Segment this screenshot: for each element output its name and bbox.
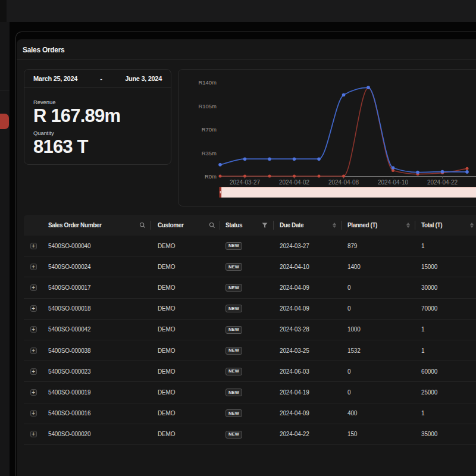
cell-planned: 0 (342, 368, 415, 375)
table-row[interactable]: +5400SO-000040DEMONEW2024-03-278791 (24, 236, 476, 256)
cell-total: 30000 (415, 284, 476, 291)
cell-planned: 879 (342, 243, 415, 249)
cell-status: NEW (220, 409, 274, 418)
revenue-blue-point (268, 157, 271, 161)
cell-total: 60000 (415, 368, 476, 375)
date-to[interactable]: June 3, 2024 (125, 75, 162, 82)
expand-cell: + (24, 410, 43, 416)
header-sales-order-number[interactable]: Sales Order Number (43, 215, 151, 236)
table-row[interactable]: +5400SO-000017DEMONEW2024-04-09030000 (24, 277, 476, 298)
date-separator: - (100, 75, 102, 82)
search-icon[interactable] (209, 222, 215, 228)
cell-planned: 0 (342, 305, 415, 312)
cell-sales-order-number: 5400SO-000024 (43, 264, 151, 270)
panel-divider (17, 60, 476, 60)
cell-sales-order-number: 5400SO-000023 (43, 368, 151, 375)
sorter-icon[interactable] (406, 223, 410, 228)
revenue-blue-point (293, 157, 296, 161)
sorter-icon[interactable] (470, 223, 474, 228)
sidebar-red-pill[interactable] (0, 114, 9, 129)
x-axis-label: 2024-04-10 (378, 179, 409, 186)
header-label: Sales Order Number (48, 222, 102, 228)
header-total[interactable]: Total (T) (415, 215, 476, 236)
revenue-blue-point (416, 171, 419, 174)
cell-status: NEW (220, 284, 274, 292)
expand-row-button[interactable]: + (30, 389, 37, 396)
cell-status: NEW (220, 242, 274, 250)
cell-customer: DEMO (151, 264, 220, 270)
cell-status: NEW (220, 346, 274, 355)
expand-cell: + (24, 368, 43, 375)
x-axis-label: 2024-04-22 (427, 179, 458, 186)
page-left-column (0, 22, 10, 476)
sorter-icon[interactable] (333, 223, 336, 228)
expand-row-button[interactable]: + (30, 347, 37, 354)
header-customer[interactable]: Customer (151, 215, 220, 236)
cell-due-date: 2024-04-09 (274, 305, 342, 312)
revenue-blue-point (218, 163, 222, 167)
cell-sales-order-number: 5400SO-000018 (43, 305, 151, 312)
header-due-date[interactable]: Due Date (274, 215, 342, 236)
table-body: +5400SO-000040DEMONEW2024-03-278791+5400… (24, 236, 476, 445)
date-range-row[interactable]: March 25, 2024 - June 3, 2024 (24, 70, 171, 88)
cell-total: 1 (415, 410, 476, 416)
status-tag: NEW (226, 242, 242, 250)
expand-row-button[interactable]: + (30, 284, 37, 291)
table-row[interactable]: +5400SO-000020DEMONEW2024-04-2215035000 (24, 424, 476, 445)
cell-planned: 1400 (342, 264, 415, 270)
status-tag: NEW (226, 284, 242, 292)
filter-icon[interactable] (262, 223, 268, 228)
table-row[interactable]: +5400SO-000042DEMONEW2024-03-2810001 (24, 320, 476, 340)
expand-row-button[interactable]: + (30, 305, 37, 312)
expand-cell: + (24, 264, 43, 270)
revenue-value: R 167.89m (33, 107, 162, 125)
expand-cell: + (24, 305, 43, 312)
table-header-row: Sales Order Number Customer Status (24, 215, 476, 236)
expand-row-button[interactable]: + (30, 410, 37, 416)
revenue-blue-line (220, 87, 467, 173)
y-axis-label: R105m (198, 103, 217, 109)
header-planned[interactable]: Planned (T) (342, 215, 415, 236)
expand-cell: + (24, 389, 43, 396)
cell-total: 1 (415, 243, 476, 249)
table-row[interactable]: +5400SO-000018DEMONEW2024-04-09070000 (24, 299, 476, 320)
expand-row-button[interactable]: + (30, 431, 37, 437)
header-status[interactable]: Status (220, 215, 274, 236)
expand-row-button[interactable]: + (30, 243, 37, 249)
revenue-red-point (268, 175, 271, 178)
cell-customer: DEMO (151, 410, 220, 416)
cell-customer: DEMO (151, 305, 220, 312)
expand-row-button[interactable]: + (30, 264, 37, 270)
revenue-blue-point (392, 166, 395, 170)
revenue-line-chart[interactable]: R0mR35mR70mR105mR140m2024-03-272024-04-0… (178, 69, 476, 206)
cell-due-date: 2024-04-09 (274, 410, 342, 416)
revenue-red-point (342, 175, 345, 178)
cell-status: NEW (220, 367, 274, 375)
cell-total: 1 (415, 326, 476, 333)
cell-customer: DEMO (151, 243, 220, 249)
expand-cell: + (24, 431, 43, 437)
revenue-red-point (318, 175, 321, 178)
table-row[interactable]: +5400SO-000023DEMONEW2024-06-03060000 (24, 361, 476, 382)
header-label: Customer (158, 222, 183, 228)
table-row[interactable]: +5400SO-000024DEMONEW2024-04-10140015000 (24, 256, 476, 277)
date-from[interactable]: March 25, 2024 (33, 75, 77, 82)
cell-status: NEW (220, 305, 274, 313)
search-icon[interactable] (139, 222, 146, 228)
datazoom-slider[interactable] (220, 187, 476, 198)
status-tag: NEW (226, 263, 242, 271)
cell-due-date: 2024-03-27 (274, 243, 342, 249)
page-top-left-block (0, 0, 7, 22)
status-tag: NEW (226, 326, 242, 334)
cell-customer: DEMO (151, 389, 220, 396)
y-axis-label: R140m (198, 79, 217, 86)
cell-planned: 1532 (342, 347, 415, 354)
cell-total: 15000 (415, 264, 476, 270)
y-axis-label: R35m (202, 150, 217, 156)
expand-row-button[interactable]: + (30, 326, 37, 333)
expand-row-button[interactable]: + (30, 368, 37, 375)
expand-cell: + (24, 243, 43, 249)
table-row[interactable]: +5400SO-000038DEMONEW2024-03-2515321 (24, 340, 476, 361)
table-row[interactable]: +5400SO-000016DEMONEW2024-04-094001 (24, 403, 476, 424)
table-row[interactable]: +5400SO-000019DEMONEW2024-04-19025000 (24, 382, 476, 403)
